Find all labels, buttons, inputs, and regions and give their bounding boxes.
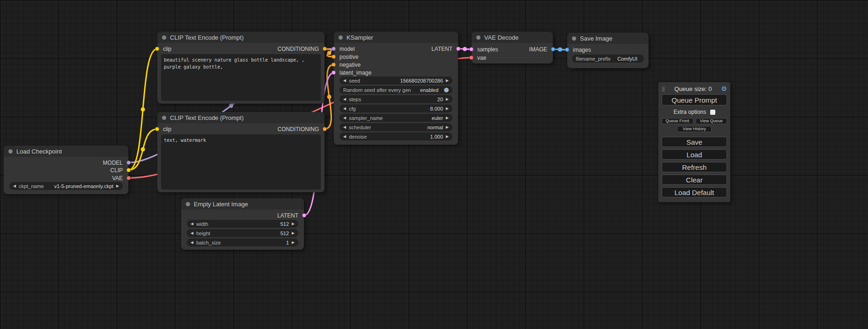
queue-panel[interactable]: ⣿ Queue size: 0 ⚙ Queue Prompt Extra opt… xyxy=(658,82,730,202)
decrement-arrow-icon[interactable]: ◀ xyxy=(191,241,193,245)
input-port-samples[interactable] xyxy=(469,47,473,51)
input-port-vae[interactable] xyxy=(469,56,473,60)
widget-filename-prefix[interactable]: filename_prefix ComfyUI xyxy=(572,55,644,63)
node-title-bar[interactable]: KSampler xyxy=(334,32,458,43)
collapse-dot-icon[interactable] xyxy=(162,116,166,120)
queue-front-button[interactable]: Queue Front xyxy=(662,118,693,124)
collapse-dot-icon[interactable] xyxy=(186,202,190,206)
wire-midpoint-dot[interactable] xyxy=(463,47,467,51)
output-port-latent[interactable] xyxy=(456,47,460,51)
decrement-arrow-icon[interactable]: ◀ xyxy=(343,126,346,129)
queue-prompt-button[interactable]: Queue Prompt xyxy=(662,94,727,105)
widget-width[interactable]: ◀ width 512 ▶ xyxy=(187,220,298,228)
increment-arrow-icon[interactable]: ▶ xyxy=(292,241,295,245)
node-title-bar[interactable]: CLIP Text Encode (Prompt) xyxy=(157,112,325,123)
input-slot-samples: samples xyxy=(477,45,498,53)
node-title-bar[interactable]: Save Image xyxy=(567,33,649,44)
input-port-latent-image[interactable] xyxy=(332,70,336,75)
widget-value: 512 xyxy=(280,231,289,236)
decrement-arrow-icon[interactable]: ◀ xyxy=(13,184,16,188)
wire-midpoint-dot[interactable] xyxy=(327,95,332,99)
increment-arrow-icon[interactable]: ▶ xyxy=(446,135,449,139)
widget-cfg[interactable]: ◀ cfg 8.000 ▶ xyxy=(339,105,452,112)
node-title-bar[interactable]: Empty Latent Image xyxy=(181,198,304,210)
drag-handle-icon[interactable]: ⣿ xyxy=(662,86,665,91)
node-title-bar[interactable]: CLIP Text Encode (Prompt) xyxy=(157,32,325,43)
increment-arrow-icon[interactable]: ▶ xyxy=(292,222,295,226)
input-port-positive[interactable] xyxy=(332,55,336,59)
collapse-dot-icon[interactable] xyxy=(8,149,13,154)
increment-arrow-icon[interactable]: ▶ xyxy=(446,126,449,129)
output-port-conditioning[interactable] xyxy=(323,127,327,131)
load-default-button[interactable]: Load Default xyxy=(662,187,727,197)
save-button[interactable]: Save xyxy=(662,137,727,147)
input-slot-vae: vae xyxy=(477,54,486,62)
input-port-images[interactable] xyxy=(565,48,569,52)
output-port-conditioning[interactable] xyxy=(323,47,327,51)
node-title-bar[interactable]: Load Checkpoint xyxy=(4,146,128,157)
output-port-latent[interactable] xyxy=(302,213,306,217)
increment-arrow-icon[interactable]: ▶ xyxy=(116,184,119,188)
widget-scheduler[interactable]: ◀ scheduler normal ▶ xyxy=(339,123,452,131)
view-history-button[interactable]: View History xyxy=(677,126,712,132)
decrement-arrow-icon[interactable]: ◀ xyxy=(343,98,346,101)
wire-midpoint-dot[interactable] xyxy=(141,107,145,112)
increment-arrow-icon[interactable]: ▶ xyxy=(446,98,449,101)
widget-steps[interactable]: ◀ steps 20 ▶ xyxy=(339,95,452,103)
widget-batch-size[interactable]: ◀ batch_size 1 ▶ xyxy=(187,238,298,246)
wire-midpoint-dot[interactable] xyxy=(558,48,562,52)
input-port-clip[interactable] xyxy=(155,127,159,131)
collapse-dot-icon[interactable] xyxy=(572,36,576,41)
node-load-checkpoint[interactable]: Load Checkpoint MODEL CLIP VAE ◀ ckpt_na… xyxy=(4,146,128,194)
decrement-arrow-icon[interactable]: ◀ xyxy=(343,135,346,139)
widget-label: scheduler xyxy=(349,125,371,130)
output-port-clip[interactable] xyxy=(127,168,131,172)
increment-arrow-icon[interactable]: ▶ xyxy=(446,116,449,120)
positive-prompt-textarea[interactable]: beautiful scenery nature glass bottle la… xyxy=(161,54,321,101)
node-ksampler[interactable]: KSampler model positive negative latent_… xyxy=(334,32,458,145)
node-clip-text-encode-negative[interactable]: CLIP Text Encode (Prompt) clip CONDITION… xyxy=(157,112,325,192)
decrement-arrow-icon[interactable]: ◀ xyxy=(191,231,193,235)
increment-arrow-icon[interactable]: ▶ xyxy=(446,79,449,83)
node-graph-canvas[interactable]: Load Checkpoint MODEL CLIP VAE ◀ ckpt_na… xyxy=(0,0,868,329)
decrement-arrow-icon[interactable]: ◀ xyxy=(343,116,346,120)
negative-prompt-textarea[interactable]: text, watermark xyxy=(161,134,321,189)
wire-midpoint-dot[interactable] xyxy=(327,51,332,55)
collapse-dot-icon[interactable] xyxy=(162,35,166,40)
widget-label: sampler_name xyxy=(349,115,383,121)
output-port-image[interactable] xyxy=(551,47,555,51)
output-slot-image: IMAGE xyxy=(529,45,547,53)
input-port-model[interactable] xyxy=(332,47,336,51)
widget-seed[interactable]: ◀ seed 156680208700286 ▶ xyxy=(339,77,452,84)
collapse-dot-icon[interactable] xyxy=(339,35,343,40)
load-button[interactable]: Load xyxy=(662,149,727,160)
input-port-negative[interactable] xyxy=(332,63,336,67)
widget-ckpt-name[interactable]: ◀ ckpt_name v1-5-pruned-emaonly.ckpt ▶ xyxy=(9,182,123,190)
decrement-arrow-icon[interactable]: ◀ xyxy=(343,107,346,111)
decrement-arrow-icon[interactable]: ◀ xyxy=(191,222,193,226)
view-queue-button[interactable]: View Queue xyxy=(696,118,727,124)
toggle-knob-icon[interactable] xyxy=(444,88,449,92)
wire-midpoint-dot[interactable] xyxy=(229,104,233,108)
node-empty-latent-image[interactable]: Empty Latent Image LATENT ◀ width 512 ▶ … xyxy=(181,198,304,250)
output-port-model[interactable] xyxy=(127,161,131,165)
increment-arrow-icon[interactable]: ▶ xyxy=(446,107,449,111)
widget-denoise[interactable]: ◀ denoise 1.000 ▶ xyxy=(339,133,452,140)
input-port-clip[interactable] xyxy=(155,47,159,51)
node-save-image[interactable]: Save Image images filename_prefix ComfyU… xyxy=(567,33,649,68)
node-title-bar[interactable]: VAE Decode xyxy=(472,32,553,43)
decrement-arrow-icon[interactable]: ◀ xyxy=(343,79,346,83)
extra-options-checkbox[interactable] xyxy=(710,110,715,115)
refresh-button[interactable]: Refresh xyxy=(662,162,727,172)
widget-sampler-name[interactable]: ◀ sampler_name euler ▶ xyxy=(339,114,452,122)
settings-gear-icon[interactable]: ⚙ xyxy=(721,85,727,92)
widget-height[interactable]: ◀ height 512 ▶ xyxy=(187,229,298,237)
increment-arrow-icon[interactable]: ▶ xyxy=(292,231,295,235)
output-port-vae[interactable] xyxy=(127,176,131,180)
node-clip-text-encode-positive[interactable]: CLIP Text Encode (Prompt) clip CONDITION… xyxy=(157,32,325,104)
node-vae-decode[interactable]: VAE Decode samples vae IMAGE xyxy=(472,32,553,63)
widget-random-seed-toggle[interactable]: Random seed after every gen enabled xyxy=(339,86,452,94)
collapse-dot-icon[interactable] xyxy=(476,35,480,40)
wire-midpoint-dot[interactable] xyxy=(141,147,145,152)
clear-button[interactable]: Clear xyxy=(662,175,727,185)
